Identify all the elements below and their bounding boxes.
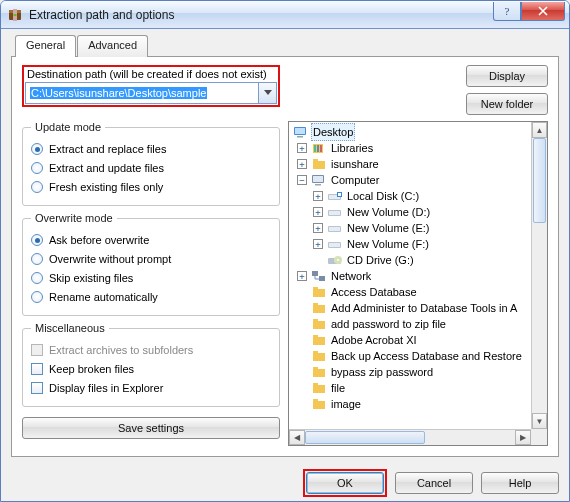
svg-rect-31 <box>313 289 325 297</box>
svg-rect-41 <box>313 369 325 377</box>
radio-icon <box>31 253 43 265</box>
tree-cd-g[interactable]: CD Drive (G:) <box>345 252 416 268</box>
update-opt-replace-label: Extract and replace files <box>49 143 166 155</box>
misc-opt-display-explorer[interactable]: Display files in Explorer <box>31 379 271 397</box>
svg-rect-3 <box>14 14 17 16</box>
update-opt-update-label: Extract and update files <box>49 162 164 174</box>
overwrite-opt-rename-label: Rename automatically <box>49 291 158 303</box>
drive-icon <box>327 204 343 220</box>
app-icon <box>7 7 23 23</box>
tree-folder[interactable]: Back up Access Database and Restore <box>329 348 524 364</box>
checkbox-icon <box>31 363 43 375</box>
scroll-thumb[interactable] <box>533 138 546 223</box>
help-button[interactable]: ? <box>493 2 521 21</box>
chevron-down-icon <box>264 90 272 96</box>
tree-desktop[interactable]: Desktop <box>311 123 355 141</box>
expand-icon[interactable]: + <box>313 191 323 201</box>
tree-localdisk[interactable]: Local Disk (C:) <box>345 188 421 204</box>
close-button[interactable] <box>521 2 565 21</box>
radio-icon <box>31 162 43 174</box>
update-opt-replace[interactable]: Extract and replace files <box>31 140 271 158</box>
horizontal-scrollbar[interactable]: ◀ ▶ <box>289 429 531 445</box>
help-footer-button[interactable]: Help <box>481 472 559 494</box>
checkbox-icon <box>31 344 43 356</box>
user-icon <box>311 156 327 172</box>
misc-legend: Miscellaneous <box>31 322 109 334</box>
tree-folder[interactable]: Access Database <box>329 284 419 300</box>
misc-opt-keep-broken[interactable]: Keep broken files <box>31 360 271 378</box>
tree-vol-f[interactable]: New Volume (F:) <box>345 236 431 252</box>
update-opt-fresh[interactable]: Fresh existing files only <box>31 178 271 196</box>
folder-tree[interactable]: Desktop +Libraries +isunshare −Computer … <box>288 121 548 446</box>
desktop-icon <box>293 124 309 140</box>
tree-folder[interactable]: bypass zip password <box>329 364 435 380</box>
svg-rect-10 <box>317 145 319 152</box>
scroll-up-icon[interactable]: ▲ <box>532 122 547 138</box>
tree-folder[interactable]: add password to zip file <box>329 316 448 332</box>
overwrite-opt-ask[interactable]: Ask before overwrite <box>31 231 271 249</box>
tab-advanced[interactable]: Advanced <box>77 35 148 57</box>
destination-dropdown-button[interactable] <box>259 82 277 104</box>
overwrite-opt-skip[interactable]: Skip existing files <box>31 269 271 287</box>
display-button-label: Display <box>489 70 525 82</box>
svg-rect-16 <box>315 184 321 186</box>
tree-folder[interactable]: Adobe Acrobat XI <box>329 332 419 348</box>
scroll-right-icon[interactable]: ▶ <box>515 430 531 445</box>
tree-vol-d[interactable]: New Volume (D:) <box>345 204 432 220</box>
tab-strip: General Advanced <box>15 35 559 57</box>
tree-network[interactable]: Network <box>329 268 373 284</box>
misc-opt-keep-broken-label: Keep broken files <box>49 363 134 375</box>
checkbox-icon <box>31 382 43 394</box>
overwrite-opt-rename[interactable]: Rename automatically <box>31 288 271 306</box>
tab-general[interactable]: General <box>15 35 76 57</box>
ok-button[interactable]: OK <box>306 472 384 494</box>
overwrite-opt-without[interactable]: Overwrite without prompt <box>31 250 271 268</box>
expand-icon[interactable]: + <box>313 207 323 217</box>
update-mode-group: Update mode Extract and replace files Ex… <box>22 121 280 206</box>
scroll-down-icon[interactable]: ▼ <box>532 413 547 429</box>
tree-vol-e[interactable]: New Volume (E:) <box>345 220 432 236</box>
destination-input[interactable]: C:\Users\isunshare\Desktop\sample <box>25 82 259 104</box>
svg-rect-36 <box>313 319 318 321</box>
update-mode-legend: Update mode <box>31 121 105 133</box>
update-opt-fresh-label: Fresh existing files only <box>49 181 163 193</box>
display-button[interactable]: Display <box>466 65 548 87</box>
tree-folder[interactable]: file <box>329 380 347 396</box>
update-opt-update[interactable]: Extract and update files <box>31 159 271 177</box>
expand-icon[interactable]: + <box>297 143 307 153</box>
tree-computer[interactable]: Computer <box>329 172 381 188</box>
scroll-left-icon[interactable]: ◀ <box>289 430 305 445</box>
new-folder-button[interactable]: New folder <box>466 93 548 115</box>
drive-icon <box>327 188 343 204</box>
radio-icon <box>31 291 43 303</box>
svg-rect-39 <box>313 353 325 361</box>
svg-rect-46 <box>313 399 318 401</box>
help-button-label: Help <box>509 477 532 489</box>
save-settings-button[interactable]: Save settings <box>22 417 280 439</box>
scroll-thumb[interactable] <box>305 431 425 444</box>
overwrite-mode-legend: Overwrite mode <box>31 212 117 224</box>
misc-opt-subfolders: Extract archives to subfolders <box>31 341 271 359</box>
svg-rect-9 <box>314 145 316 152</box>
tab-advanced-label: Advanced <box>88 39 137 51</box>
tree-folder[interactable]: image <box>329 396 363 412</box>
vertical-scrollbar[interactable]: ▲ ▼ <box>531 122 547 429</box>
svg-rect-40 <box>313 351 318 353</box>
svg-rect-42 <box>313 367 318 369</box>
expand-icon[interactable]: + <box>313 223 323 233</box>
expand-icon[interactable]: + <box>297 159 307 169</box>
dialog-footer: OK Cancel Help <box>1 465 569 501</box>
folder-icon <box>311 348 327 364</box>
collapse-icon[interactable]: − <box>297 175 307 185</box>
expand-icon[interactable]: + <box>313 239 323 249</box>
svg-rect-13 <box>313 159 318 161</box>
tree-folder[interactable]: Add Administer to Database Tools in A <box>329 300 519 316</box>
computer-icon <box>311 172 327 188</box>
tree-libraries[interactable]: Libraries <box>329 140 375 156</box>
tree-user[interactable]: isunshare <box>329 156 381 172</box>
destination-combo[interactable]: C:\Users\isunshare\Desktop\sample <box>25 82 277 104</box>
svg-rect-12 <box>313 161 325 169</box>
expand-icon[interactable]: + <box>297 271 307 281</box>
radio-icon <box>31 234 43 246</box>
cancel-button[interactable]: Cancel <box>395 472 473 494</box>
